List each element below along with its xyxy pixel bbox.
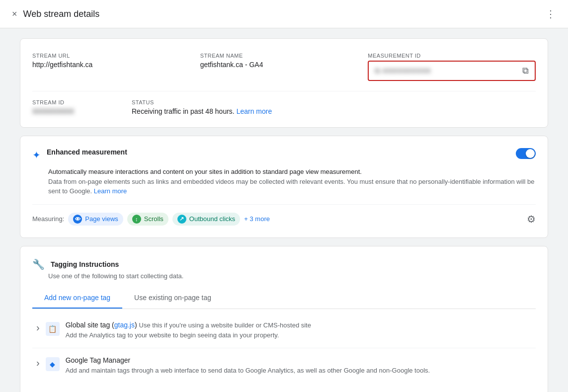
enhanced-learn-more[interactable]: Learn more <box>94 187 127 195</box>
stream-status-label: STATUS <box>132 99 536 105</box>
header: × Web stream details ⋮ <box>0 0 568 28</box>
chip-scrolls: ↕ Scrolls <box>127 213 168 226</box>
measuring-row: Measuring: 👁 Page views ↕ Scrolls ↗ Outb… <box>32 204 536 226</box>
scrolls-icon: ↕ <box>132 215 141 224</box>
stream-name-value: getfishtank.ca - GA4 <box>200 61 368 69</box>
expand-global-tag-icon[interactable]: › <box>36 322 40 333</box>
stream-status-text: Receiving traffic in past 48 hours. Lear… <box>132 107 536 115</box>
global-tag-body: Global site tag (gtag.js) Use this if yo… <box>66 321 311 340</box>
stream-name-label: STREAM NAME <box>200 53 368 59</box>
tagging-subtitle: Use one of the following to start collec… <box>48 272 536 280</box>
measuring-label: Measuring: <box>32 215 64 223</box>
stream-id-label: STREAM ID <box>32 99 132 105</box>
chip-page-views: 👁 Page views <box>68 213 123 226</box>
stream-url-col: STREAM URL http://getfishtank.ca <box>32 51 200 71</box>
sparkle-icon: ✦ <box>32 149 41 161</box>
global-tag-desc: Add the Analytics tag to your website to… <box>66 331 311 340</box>
measurement-id-box: G-XXXXXXXXXX ⧉ <box>368 61 536 81</box>
stream-url-label: STREAM URL <box>32 53 200 59</box>
stream-status-link[interactable]: Learn more <box>237 107 272 115</box>
chip-scrolls-label: Scrolls <box>144 215 163 223</box>
main-content: STREAM URL http://getfishtank.ca STREAM … <box>0 28 568 392</box>
enhanced-title: Enhanced measurement <box>47 148 127 156</box>
tagging-title: Tagging Instructions <box>51 260 119 268</box>
stream-status-col: STATUS Receiving traffic in past 48 hour… <box>132 99 536 115</box>
chip-page-views-label: Page views <box>85 215 118 223</box>
stream-top-row: STREAM URL http://getfishtank.ca STREAM … <box>32 51 536 83</box>
stream-bottom-row: STREAM ID XXXXXXXXX STATUS Receiving tra… <box>32 91 536 115</box>
chip-more[interactable]: + 3 more <box>244 215 270 223</box>
expand-gtm-icon[interactable]: › <box>36 357 40 369</box>
stream-info-card: STREAM URL http://getfishtank.ca STREAM … <box>20 38 548 128</box>
enhanced-description: Automatically measure interactions and c… <box>48 167 536 196</box>
header-left: × Web stream details <box>12 9 99 19</box>
tab-existing[interactable]: Use existing on-page tag <box>122 288 223 309</box>
more-icon[interactable]: ⋮ <box>546 8 556 20</box>
measurement-id-label: MEASUREMENT ID <box>368 53 536 59</box>
stream-url-value: http://getfishtank.ca <box>32 61 200 69</box>
global-tag-badge: 📋 <box>46 322 60 336</box>
enhanced-header: ✦ Enhanced measurement <box>32 148 536 161</box>
stream-name-col: STREAM NAME getfishtank.ca - GA4 <box>200 51 368 71</box>
tagging-tabs: Add new on-page tag Use existing on-page… <box>32 288 536 309</box>
outbound-clicks-icon: ↗ <box>177 215 186 224</box>
stream-id-col: STREAM ID XXXXXXXXX <box>32 99 132 115</box>
page-title: Web stream details <box>23 9 100 19</box>
enhanced-body: Automatically measure interactions and c… <box>48 167 536 196</box>
gtm-desc: Add and maintain tags through a web inte… <box>66 366 430 375</box>
enhanced-measurement-card: ✦ Enhanced measurement Automatically mea… <box>20 136 548 238</box>
chip-outbound-clicks-label: Outbound clicks <box>189 215 236 223</box>
google-tag-manager-option[interactable]: › ◆ Google Tag Manager Add and maintain … <box>32 348 536 383</box>
gtm-body: Google Tag Manager Add and maintain tags… <box>66 356 430 375</box>
wrench-icon: 🔧 <box>32 258 45 270</box>
measuring-chips: 👁 Page views ↕ Scrolls ↗ Outbound clicks… <box>68 213 523 226</box>
close-icon[interactable]: × <box>12 9 17 19</box>
page-views-icon: 👁 <box>73 215 82 224</box>
gtm-title: Google Tag Manager <box>66 356 430 364</box>
chip-outbound-clicks: ↗ Outbound clicks <box>172 213 241 226</box>
measurement-id-value: G-XXXXXXXXXX <box>375 67 431 75</box>
tab-add-new[interactable]: Add new on-page tag <box>32 288 122 309</box>
copy-icon[interactable]: ⧉ <box>522 66 529 76</box>
gear-icon[interactable]: ⚙ <box>527 213 536 225</box>
tagging-instructions-card: 🔧 Tagging Instructions Use one of the fo… <box>20 246 548 392</box>
gtm-badge: ◆ <box>46 357 60 371</box>
stream-measurement-col: MEASUREMENT ID G-XXXXXXXXXX ⧉ <box>368 51 536 83</box>
stream-id-value: XXXXXXXXX <box>32 107 74 115</box>
enhanced-toggle[interactable] <box>516 148 536 159</box>
global-tag-title: Global site tag (gtag.js) Use this if yo… <box>66 321 311 329</box>
global-site-tag-option[interactable]: › 📋 Global site tag (gtag.js) Use this i… <box>32 313 536 348</box>
tagging-header: 🔧 Tagging Instructions <box>32 258 536 270</box>
